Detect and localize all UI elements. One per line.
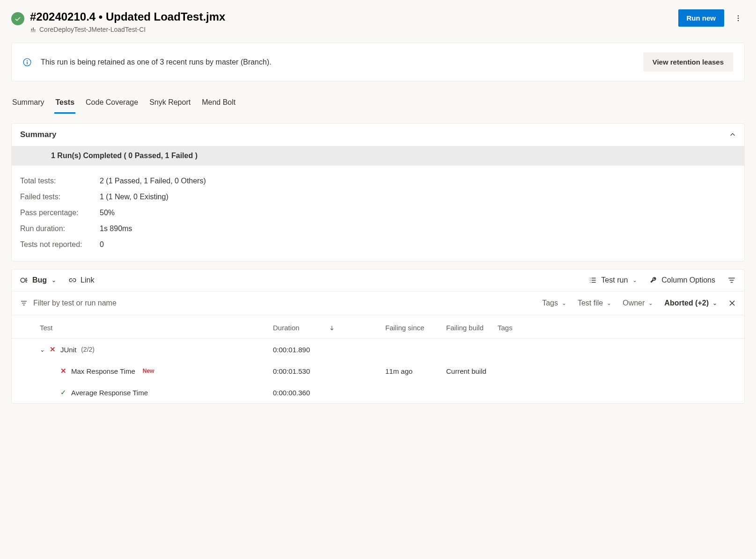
col-failing-since[interactable]: Failing since: [385, 324, 446, 332]
page-header: #20240210.4 • Updated LoadTest.jmx CoreD…: [11, 9, 745, 33]
cell-duration: 0:00:01.530: [273, 367, 329, 375]
test-cell: ✕ Max Response Time New: [20, 367, 273, 375]
svg-point-0: [738, 15, 739, 16]
filter-icon: [20, 299, 28, 307]
group-cell: ⌄ ✕ JUnit (2/2): [20, 345, 273, 354]
tab-code-coverage[interactable]: Code Coverage: [85, 94, 139, 114]
col-sort[interactable]: [329, 325, 385, 331]
pass-icon: ✓: [60, 388, 66, 397]
cell-failing-since: 11m ago: [385, 367, 446, 375]
chevron-down-icon: ⌄: [712, 300, 717, 306]
filter-test-file[interactable]: Test file⌄: [578, 299, 611, 307]
bug-icon: [20, 276, 29, 284]
info-icon: [23, 58, 31, 66]
view-retention-button[interactable]: View retention leases: [643, 52, 733, 72]
stat-pass-pct: Pass percentage:50%: [20, 205, 736, 221]
clear-filters-button[interactable]: [728, 299, 736, 307]
cell-failing-build: Current build: [446, 367, 498, 375]
tab-summary[interactable]: Summary: [11, 94, 45, 114]
filter-right: Tags⌄ Test file⌄ Owner⌄ Aborted (+2)⌄: [542, 299, 736, 307]
filter-input[interactable]: [33, 296, 220, 310]
toolbar-right: Test run ⌄ Column Options: [589, 276, 736, 284]
new-badge: New: [143, 368, 154, 374]
col-test[interactable]: Test: [20, 324, 273, 332]
banner-text: This run is being retained as one of 3 r…: [41, 58, 272, 66]
summary-stats: Total tests:2 (1 Passed, 1 Failed, 0 Oth…: [12, 166, 744, 261]
chevron-down-icon: ⌄: [648, 300, 653, 306]
wrench-icon: [649, 276, 658, 284]
tab-snyk-report[interactable]: Snyk Report: [148, 94, 191, 114]
col-failing-build[interactable]: Failing build: [446, 324, 498, 332]
results-card: Bug ⌄ Link Test run ⌄ Column Options: [11, 269, 745, 404]
svg-point-4: [27, 60, 28, 61]
svg-point-6: [21, 278, 25, 283]
filter-left: [20, 296, 542, 310]
list-icon: [589, 276, 597, 284]
filter-owner[interactable]: Owner⌄: [623, 299, 653, 307]
stat-run-duration: Run duration:1s 890ms: [20, 221, 736, 237]
arrow-down-icon: [329, 325, 335, 331]
link-icon: [68, 276, 77, 284]
summary-header[interactable]: Summary: [12, 123, 744, 146]
cell-duration: 0:00:00.360: [273, 389, 329, 397]
chevron-down-icon: ⌄: [607, 300, 611, 306]
stat-not-reported: Tests not reported:0: [20, 237, 736, 253]
test-cell: ✓ Average Response Time: [20, 388, 273, 397]
column-options-label: Column Options: [661, 276, 715, 284]
chevron-down-icon: ⌄: [562, 300, 566, 306]
tab-bar: Summary Tests Code Coverage Snyk Report …: [11, 94, 745, 114]
svg-point-1: [738, 17, 739, 19]
create-bug-button[interactable]: Bug ⌄: [20, 276, 56, 284]
chevron-down-icon: ⌄: [632, 277, 637, 283]
test-row[interactable]: ✕ Max Response Time New 0:00:01.530 11m …: [12, 360, 744, 382]
title-text: #20240210.4 • Updated LoadTest.jmx CoreD…: [30, 9, 225, 33]
filter-toggle-button[interactable]: [727, 276, 736, 284]
pipeline-name: CoreDeployTest-JMeter-LoadTest-CI: [39, 26, 146, 33]
retention-banner: This run is being retained as one of 3 r…: [11, 43, 745, 81]
more-actions-button[interactable]: [732, 12, 745, 25]
tab-tests[interactable]: Tests: [54, 94, 75, 114]
stat-total-tests: Total tests:2 (1 Passed, 1 Failed, 0 Oth…: [20, 173, 736, 189]
more-vertical-icon: [734, 15, 742, 22]
pipeline-subtitle[interactable]: CoreDeployTest-JMeter-LoadTest-CI: [30, 26, 225, 33]
fail-icon: ✕: [60, 367, 66, 375]
summary-card: Summary 1 Run(s) Completed ( 0 Passed, 1…: [11, 123, 745, 261]
col-tags[interactable]: Tags: [498, 324, 736, 332]
test-run-dropdown[interactable]: Test run ⌄: [589, 276, 637, 284]
filter-row: Tags⌄ Test file⌄ Owner⌄ Aborted (+2)⌄: [12, 291, 744, 315]
test-name: Average Response Time: [71, 389, 148, 397]
header-actions: Run new: [678, 9, 745, 27]
table-header: Test Duration Failing since Failing buil…: [12, 315, 744, 339]
page-title: #20240210.4 • Updated LoadTest.jmx: [30, 9, 225, 24]
status-success-icon: [11, 12, 24, 25]
run-status-bar: 1 Run(s) Completed ( 0 Passed, 1 Failed …: [12, 146, 744, 166]
chevron-up-icon: [729, 131, 736, 138]
chevron-down-icon: ⌄: [51, 277, 56, 283]
pipeline-icon: [30, 26, 37, 33]
run-new-button[interactable]: Run new: [678, 9, 725, 27]
link-label: Link: [81, 276, 94, 284]
filter-icon: [727, 276, 736, 284]
toolbar-left: Bug ⌄ Link: [20, 276, 94, 284]
collapse-icon[interactable]: ⌄: [40, 346, 45, 353]
tab-mend-bolt[interactable]: Mend Bolt: [201, 94, 236, 114]
test-row[interactable]: ✓ Average Response Time 0:00:00.360: [12, 382, 744, 403]
test-group-row[interactable]: ⌄ ✕ JUnit (2/2) 0:00:01.890: [12, 339, 744, 360]
stat-failed-tests: Failed tests:1 (1 New, 0 Existing): [20, 189, 736, 205]
title-block: #20240210.4 • Updated LoadTest.jmx CoreD…: [11, 9, 225, 33]
link-button[interactable]: Link: [68, 276, 94, 284]
column-options-button[interactable]: Column Options: [649, 276, 715, 284]
fail-icon: ✕: [50, 345, 56, 354]
svg-rect-5: [27, 62, 28, 65]
test-name: Max Response Time: [71, 367, 135, 375]
test-run-label: Test run: [601, 276, 628, 284]
svg-point-2: [738, 20, 739, 21]
summary-heading: Summary: [20, 130, 56, 139]
group-count: (2/2): [81, 346, 95, 353]
col-duration[interactable]: Duration: [273, 324, 329, 332]
close-icon: [728, 299, 736, 307]
banner-left: This run is being retained as one of 3 r…: [23, 58, 272, 66]
filter-status[interactable]: Aborted (+2)⌄: [664, 299, 717, 307]
group-name: JUnit: [60, 346, 76, 354]
filter-tags[interactable]: Tags⌄: [542, 299, 566, 307]
